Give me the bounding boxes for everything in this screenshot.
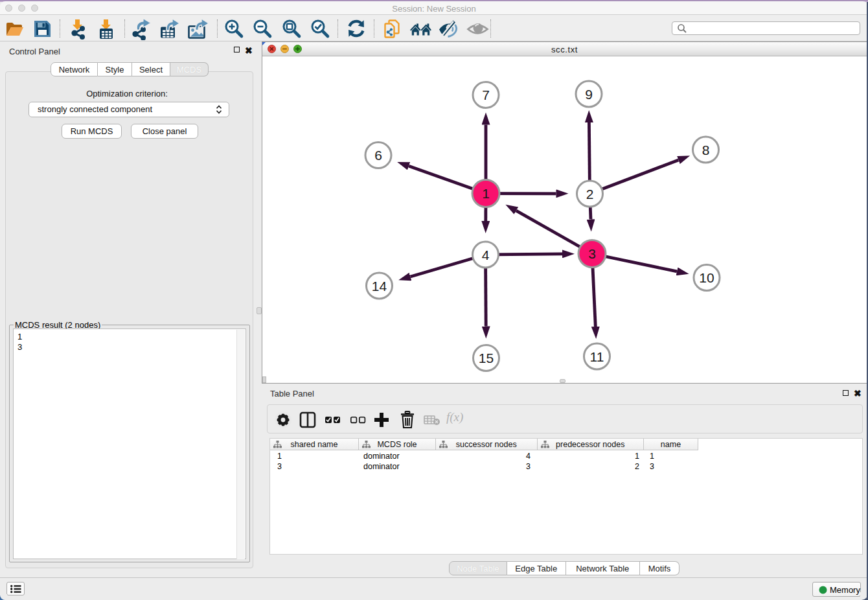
svg-text:1: 1	[482, 186, 490, 201]
svg-text:14: 14	[372, 279, 387, 294]
svg-text:11: 11	[590, 349, 604, 364]
svg-text:8: 8	[702, 143, 710, 157]
svg-text:9: 9	[585, 87, 593, 102]
svg-text:4: 4	[482, 248, 490, 262]
svg-text:6: 6	[374, 148, 382, 163]
svg-text:2: 2	[586, 187, 594, 202]
svg-text:15: 15	[479, 351, 494, 365]
svg-text:3: 3	[588, 246, 596, 261]
svg-text:10: 10	[699, 270, 714, 285]
svg-text:7: 7	[482, 87, 490, 102]
